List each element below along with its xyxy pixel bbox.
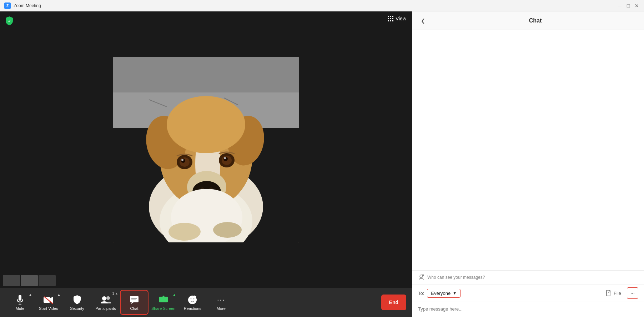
participant-thumb xyxy=(39,275,56,286)
participant-thumb xyxy=(3,275,20,286)
mute-arrow: ▲ xyxy=(29,293,32,297)
participant-video xyxy=(113,57,299,242)
toolbar: Mute ▲ Start Video ▲ xyxy=(0,288,412,317)
chevron-left-icon: ❮ xyxy=(421,18,425,24)
share-screen-icon xyxy=(159,295,168,305)
video-icon xyxy=(44,295,54,305)
participants-count: 1 xyxy=(112,292,114,296)
chat-label: Chat xyxy=(130,306,138,311)
dropdown-chevron-icon: ▼ xyxy=(453,291,457,295)
svg-point-23 xyxy=(224,157,226,159)
more-button[interactable]: ··· More xyxy=(207,290,235,315)
security-icon xyxy=(73,295,81,305)
chat-input[interactable] xyxy=(418,306,638,312)
participant-thumb xyxy=(21,275,38,286)
security-button[interactable]: Security xyxy=(63,290,91,315)
minimize-button[interactable]: ─ xyxy=(617,3,623,9)
reactions-icon xyxy=(188,295,197,305)
chat-file-button[interactable]: File xyxy=(606,290,621,296)
svg-text:Z: Z xyxy=(6,4,9,8)
participants-icon xyxy=(100,295,111,305)
end-button[interactable]: End xyxy=(381,295,406,310)
zoom-logo: Z xyxy=(4,2,11,9)
participants-strip xyxy=(0,273,59,288)
svg-text:✓: ✓ xyxy=(8,19,11,23)
mic-icon xyxy=(16,295,24,305)
svg-point-50 xyxy=(193,298,195,299)
participants-label: Participants xyxy=(95,306,116,311)
svg-point-41 xyxy=(106,296,110,300)
mute-label: Mute xyxy=(16,306,24,311)
svg-point-49 xyxy=(191,298,192,299)
security-badge: ✓ xyxy=(4,16,14,27)
chat-more-icon: ··· xyxy=(630,290,635,296)
svg-point-33 xyxy=(213,222,242,238)
chat-to-dropdown[interactable]: Everyone ▼ xyxy=(427,289,461,298)
window-title: Zoom Meeting xyxy=(14,3,617,8)
maximize-button[interactable]: □ xyxy=(625,3,631,9)
svg-rect-34 xyxy=(19,295,21,301)
share-screen-button[interactable]: Share Screen ▲ xyxy=(149,290,178,315)
main-container: ✓ View xyxy=(0,11,644,317)
chat-panel: ❮ Chat + Who can see your messages? To: xyxy=(412,11,644,317)
chat-to-value: Everyone xyxy=(431,291,451,296)
start-video-button[interactable]: Start Video ▲ xyxy=(34,290,63,315)
meeting-area: ✓ View xyxy=(0,11,412,317)
file-icon xyxy=(606,290,612,296)
security-label: Security xyxy=(70,306,84,311)
share-screen-label: Share Screen xyxy=(151,306,175,311)
chat-button[interactable]: Chat xyxy=(120,290,149,315)
mute-button[interactable]: Mute ▲ xyxy=(6,290,34,315)
reactions-button[interactable]: Reactions xyxy=(178,290,207,315)
title-bar: Z Zoom Meeting ─ □ ✕ xyxy=(0,0,644,11)
visibility-icon: + xyxy=(418,274,424,281)
chat-to-label: To: xyxy=(418,291,424,296)
view-label: View xyxy=(396,16,406,21)
more-label: More xyxy=(217,306,226,311)
file-label: File xyxy=(614,291,621,296)
participants-arrow: ▲ xyxy=(115,292,118,295)
chat-input-row xyxy=(412,302,644,317)
chat-messages-area[interactable] xyxy=(412,30,644,270)
shield-icon: ✓ xyxy=(4,16,14,26)
close-button[interactable]: ✕ xyxy=(634,3,640,9)
chat-header: ❮ Chat xyxy=(412,11,644,30)
svg-rect-42 xyxy=(130,296,139,302)
chat-footer: + Who can see your messages? To: Everyon… xyxy=(412,270,644,317)
chat-more-button[interactable]: ··· xyxy=(627,287,638,299)
svg-point-40 xyxy=(102,296,106,301)
window-controls: ─ □ ✕ xyxy=(617,3,640,9)
chat-title: Chat xyxy=(432,17,638,24)
reactions-label: Reactions xyxy=(184,306,201,311)
svg-rect-37 xyxy=(44,297,50,303)
start-video-arrow: ▲ xyxy=(57,293,61,297)
chat-collapse-button[interactable]: ❮ xyxy=(418,16,428,26)
share-screen-arrow: ▲ xyxy=(172,293,176,297)
start-video-label: Start Video xyxy=(39,306,58,311)
participants-button[interactable]: Participants ▲ 1 xyxy=(91,290,120,315)
visibility-text: Who can see your messages? xyxy=(427,275,485,280)
video-area: ✓ View xyxy=(0,11,412,288)
more-icon: ··· xyxy=(217,295,225,305)
grid-icon xyxy=(388,16,393,21)
view-button[interactable]: View xyxy=(388,16,406,21)
svg-marker-43 xyxy=(131,302,134,304)
svg-point-15 xyxy=(167,96,245,153)
chat-visibility-note: + Who can see your messages? xyxy=(412,271,644,285)
chat-to-row: To: Everyone ▼ File ··· xyxy=(412,285,644,302)
chat-icon xyxy=(130,295,139,305)
svg-point-32 xyxy=(168,223,201,241)
svg-point-19 xyxy=(181,159,183,161)
